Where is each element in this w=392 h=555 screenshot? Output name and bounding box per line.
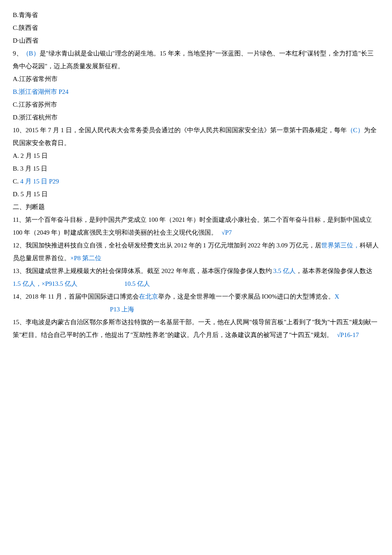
q13-blue-d: 10.5 亿人: [124, 280, 150, 287]
q12-stem-a: 12、我国加快推进科技自立自强，全社会研发经费支出从 2012 年的 1 万亿元…: [13, 242, 321, 249]
q9-stem: 9、（B）是"绿水青山就是金山银山"理念的诞生地。15 年来，当地坚持"一张蓝图…: [13, 47, 379, 73]
q9-option-c: C.江苏省苏州市: [13, 98, 379, 111]
q9-optD-text: D.浙江省杭州市: [13, 114, 58, 121]
q10-stem-a: 10、2015 年 7 月 1 日，全国人民代表大会常务委员会通过的《中华人民共…: [13, 127, 347, 134]
q14-stem-a: 14、2018 年 11 月，首届中国国际进口博览会: [13, 293, 139, 300]
q9-option-d: D.浙江省杭州市: [13, 111, 379, 124]
q8-optC-text: C.陕西省: [13, 24, 38, 31]
q10-option-c: C. 4 月 15 日 P29: [13, 175, 379, 188]
q10-optA-text: A. 2 月 15 日: [13, 152, 48, 159]
q10-option-a: A. 2 月 15 日: [13, 149, 379, 162]
q8-option-d: D·山西省: [13, 34, 379, 47]
q10-option-b: B. 3 月 15 日: [13, 162, 379, 175]
q8-optB-text: B.青海省: [13, 12, 38, 18]
q15-answer: √P16-17: [337, 331, 359, 338]
q13-stem-a: 13、我国建成世界上规模最大的社会保障体系。截至 2022 年年底，基本医疗保险…: [13, 267, 273, 274]
q8-option-c: C.陕西省: [13, 21, 379, 34]
q11-answer: √P7: [222, 229, 232, 236]
q14-stem-b: 举办，这是全世界唯一一个要求展品 IO0%进口的大型博览会。: [158, 293, 335, 300]
q10-option-d: D. 5 月 15 日: [13, 188, 379, 200]
section-2-text: 二、判断题: [13, 203, 45, 210]
q9-optB-text: B.浙江省湖州市 P24: [13, 88, 69, 95]
q12: 12、我国加快推进科技自立自强，全社会研发经费支出从 2012 年的 1 万亿元…: [13, 239, 379, 264]
q9-option-b: B.浙江省湖州市 P24: [13, 85, 379, 98]
q13: 13、我国建成世界上规模最大的社会保障体系。截至 2022 年年底，基本医疗保险…: [13, 264, 379, 290]
q14-blue-a: 在北京: [139, 293, 158, 300]
q13-blue-c: ×P913.5 亿人: [42, 280, 78, 287]
q8-optD-text: D·山西省: [13, 37, 38, 44]
q10-optB-text: B. 3 月 15 日: [13, 165, 47, 172]
q10-optD-text: D. 5 月 15 日: [13, 191, 48, 198]
q15-stem: 15、李电波是内蒙古自治区鄂尔多斯市达拉特旗的一名基层干部。一天，他在人民网"领…: [13, 319, 378, 338]
q10-answer: （C）: [347, 127, 364, 134]
section-2-heading: 二、判断题: [13, 200, 379, 213]
q10-optC-text: C.: [13, 178, 20, 185]
q13-stem-b: ，基本养老保险参保人数达: [296, 267, 372, 274]
q14-blue-b: X: [334, 293, 339, 300]
q9-option-a: A.江苏省常州市: [13, 73, 379, 85]
q11: 11、第一个百年奋斗目标，是到中国共产党成立 100 年（2021 年）时全面建…: [13, 213, 379, 239]
q10-optC-blue: 4 月 15 日 P29: [20, 178, 59, 185]
q13-blue-b: 1.5 亿人，: [13, 280, 42, 287]
q11-stem: 11、第一个百年奋斗目标，是到中国共产党成立 100 年（2021 年）时全面建…: [13, 216, 372, 236]
q9-optC-text: C.江苏省苏州市: [13, 101, 57, 108]
q10-stem: 10、2015 年 7 月 1 日，全国人民代表大会常务委员会通过的《中华人民共…: [13, 124, 379, 149]
q15: 15、李电波是内蒙古自治区鄂尔多斯市达拉特旗的一名基层干部。一天，他在人民网"领…: [13, 316, 379, 341]
q14-extra: P13 上海: [13, 303, 379, 316]
q9-optA-text: A.江苏省常州市: [13, 76, 58, 82]
q8-option-b: B.青海省: [13, 9, 379, 21]
q12-blue-b: ×P8 第二位: [70, 255, 101, 262]
q12-blue-a: 世界第三位，: [321, 242, 360, 249]
q14-blue-c: P13 上海: [110, 306, 134, 313]
q9-stem-pre: 9、: [13, 50, 23, 57]
q13-blue-a: 3.5 亿人: [273, 267, 296, 274]
q14: 14、2018 年 11 月，首届中国国际进口博览会在北京举办，这是全世界唯一一…: [13, 290, 379, 303]
q9-answer: （B）: [23, 50, 40, 57]
q9-stem-post: 是"绿水青山就是金山银山"理念的诞生地。15 年来，当地坚持"一张蓝图、一片绿色…: [13, 50, 374, 70]
